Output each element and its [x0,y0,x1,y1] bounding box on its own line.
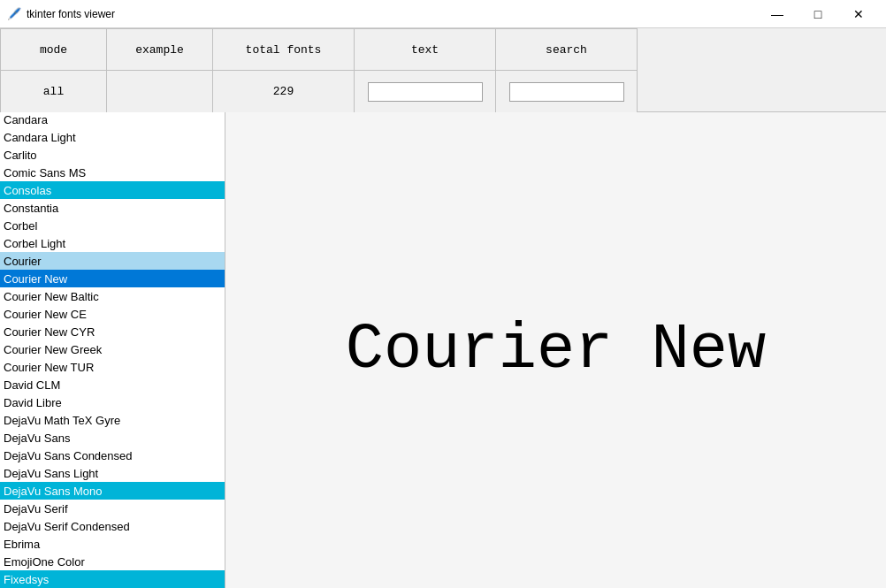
text-label-cell: text [355,29,496,71]
close-button[interactable]: ✕ [838,0,879,28]
font-list-item[interactable]: Carlito [0,146,225,164]
text-input[interactable] [368,82,483,102]
text-label: text [411,43,439,57]
toolbar-grid: mode example total fonts text search all [0,28,638,111]
font-list-item[interactable]: DejaVu Serif Condensed [0,517,225,535]
minimize-button[interactable]: — [757,0,798,28]
font-list-item[interactable]: David CLM [0,376,225,393]
font-list-item[interactable]: Courier New Greek [0,340,225,358]
title-bar: 🖊️ tkinter fonts viewer — □ ✕ [0,0,886,28]
toolbar: mode example total fonts text search all [0,28,886,112]
font-list-item[interactable]: DejaVu Sans Light [0,464,225,482]
font-list-item[interactable]: DejaVu Sans Condensed [0,447,225,464]
preview-text: Courier New [346,314,766,386]
font-list-item[interactable]: EmojiOne Color [0,553,225,570]
search-label: search [546,43,587,57]
app-title: tkinter fonts viewer [27,8,115,20]
font-list-item[interactable]: Candara Light [0,128,225,146]
font-list-item[interactable]: Courier New TUR [0,358,225,376]
title-bar-left: 🖊️ tkinter fonts viewer [7,7,115,21]
font-list-item[interactable]: Corbel [0,217,225,234]
font-list-item[interactable]: DejaVu Sans [0,429,225,447]
preview-area: Courier New [225,112,886,588]
total-fonts-value-cell: 229 [213,71,355,113]
search-input-cell [496,71,638,113]
font-list-item[interactable]: David Libre [0,393,225,411]
font-list-item[interactable]: Courier New [0,270,225,287]
font-list-item[interactable]: Corbel Light [0,234,225,252]
font-list-item[interactable]: Courier [0,252,225,270]
search-input[interactable] [509,82,624,102]
mode-value: all [43,85,64,98]
font-list-item[interactable]: Courier New Baltic [0,287,225,305]
title-bar-controls: — □ ✕ [757,0,879,28]
font-list-item[interactable]: Constantia [0,199,225,217]
font-list-item[interactable]: DejaVu Sans Mono [0,482,225,500]
example-label-cell[interactable]: example [107,29,213,71]
body-area: Calibri LightCambriaCambria MathCandaraC… [0,112,886,588]
app-icon: 🖊️ [7,7,21,21]
font-list-item[interactable]: Courier New CE [0,305,225,323]
font-list-item[interactable]: Courier New CYR [0,323,225,340]
mode-label-cell: mode [1,29,107,71]
main-content: mode example total fonts text search all [0,28,886,588]
search-label-cell: search [496,29,638,71]
font-list-item[interactable]: Candara [0,112,225,128]
total-fonts-label-cell: total fonts [213,29,355,71]
total-fonts-label: total fonts [246,43,322,57]
mode-value-cell[interactable]: all [1,71,107,113]
font-list-item[interactable]: Consolas [0,181,225,199]
font-list-item[interactable]: DejaVu Serif [0,500,225,517]
example-value-cell [107,71,213,113]
font-list-item[interactable]: Ebrima [0,535,225,553]
maximize-button[interactable]: □ [798,0,838,28]
text-input-cell [355,71,496,113]
total-fonts-value: 229 [273,85,294,98]
font-list-item[interactable]: Comic Sans MS [0,164,225,181]
mode-label: mode [40,43,67,57]
font-list-item[interactable]: Fixedsys [0,570,225,588]
font-list[interactable]: Calibri LightCambriaCambria MathCandaraC… [0,112,225,588]
font-list-container: Calibri LightCambriaCambria MathCandaraC… [0,112,225,588]
example-label: example [135,43,184,57]
font-list-item[interactable]: DejaVu Math TeX Gyre [0,411,225,429]
